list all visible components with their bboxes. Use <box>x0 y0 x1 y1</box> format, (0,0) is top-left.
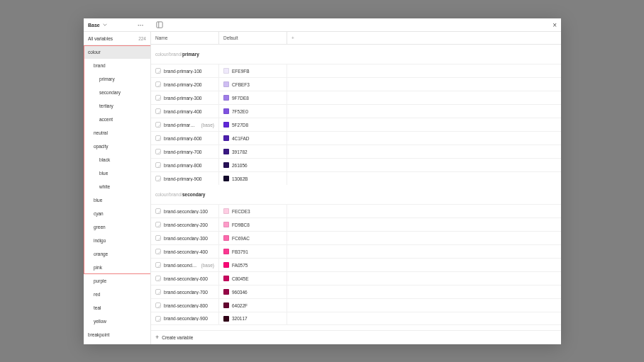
variable-name-cell[interactable]: brand-primary-100 <box>151 64 219 77</box>
sidebar-item-opacity[interactable]: opacity <box>84 140 150 153</box>
variable-rest-cell <box>287 105 561 118</box>
variable-row[interactable]: brand-primary-800261056 <box>151 158 561 171</box>
color-swatch <box>223 135 229 141</box>
create-variable-button[interactable]: + Create variable <box>151 330 561 344</box>
variable-name-cell[interactable]: brand-primary-400 <box>151 105 219 118</box>
color-swatch <box>223 208 229 214</box>
variable-name-cell[interactable]: brand-primary-600 <box>151 132 219 145</box>
variable-default-cell[interactable]: EFE9FB <box>219 64 287 77</box>
sidebar-item-breakpoint[interactable]: breakpoint <box>84 328 150 341</box>
sidebar-item-pink[interactable]: pink <box>84 261 150 274</box>
variable-row[interactable]: brand-primary-4007F52E0 <box>151 104 561 118</box>
variable-default-cell[interactable]: FC69AC <box>219 232 287 244</box>
variable-default-cell[interactable]: 13082B <box>219 172 287 185</box>
variable-row[interactable]: brand-secondary-600C8045E <box>151 271 561 285</box>
variable-name-cell[interactable]: brand-primary-900 <box>151 172 219 185</box>
variable-name-cell[interactable]: brand-secondary-800 <box>151 299 219 312</box>
variable-name: brand-secondary-300 <box>164 236 214 241</box>
variable-row[interactable]: brand-secondary-…(base)FA0575 <box>151 258 561 271</box>
column-header-name[interactable]: Name <box>151 32 219 44</box>
variable-default-cell[interactable]: FD9BC8 <box>219 218 287 231</box>
variable-row[interactable]: brand-primary-6004C1FAD <box>151 131 561 145</box>
group-header: colour / brand / primary <box>151 45 561 64</box>
variable-name-cell[interactable]: brand-primary-500(base) <box>151 118 219 131</box>
sidebar-item-purple[interactable]: purple <box>84 274 150 288</box>
variable-default-cell[interactable]: CFBEF3 <box>219 78 287 91</box>
sidebar-all-variables[interactable]: All variables 224 <box>84 32 150 45</box>
sidebar-item-tertiary[interactable]: tertiary <box>84 99 150 113</box>
collection-more-button[interactable]: ··· <box>135 23 147 28</box>
variable-row[interactable]: brand-primary-90013082B <box>151 171 561 185</box>
variable-name-cell[interactable]: brand-primary-700 <box>151 145 219 158</box>
sidebar-item-indigo[interactable]: indigo <box>84 234 150 247</box>
sidebar-item-yellow[interactable]: yellow <box>84 315 150 328</box>
collection-selector[interactable]: Base ··· <box>84 23 151 28</box>
variable-row[interactable]: brand-secondary-400FB3791 <box>151 244 561 258</box>
sidebar-toggle-button[interactable] <box>155 21 164 29</box>
variable-default-cell[interactable]: C8045E <box>219 272 287 285</box>
variable-row[interactable]: brand-primary-200CFBEF3 <box>151 77 561 91</box>
variable-default-cell[interactable]: 5F27D8 <box>219 118 287 131</box>
sidebar-item-font[interactable]: font <box>84 341 150 344</box>
variable-name-cell[interactable]: brand-secondary-400 <box>151 245 219 258</box>
variable-name-cell[interactable]: brand-secondary-300 <box>151 232 219 244</box>
variable-default-cell[interactable]: 391782 <box>219 145 287 158</box>
variable-row[interactable]: brand-primary-700391782 <box>151 145 561 158</box>
variable-name-cell[interactable]: brand-primary-200 <box>151 78 219 91</box>
sidebar-item-colour[interactable]: colour <box>84 45 150 59</box>
sidebar-item-brand[interactable]: brand <box>84 59 150 72</box>
variable-row[interactable]: brand-secondary-700960346 <box>151 285 561 298</box>
group-path-segment: primary <box>182 52 199 57</box>
variable-default-cell[interactable]: 960346 <box>219 285 287 298</box>
sidebar-item-white[interactable]: white <box>84 180 150 193</box>
variable-default-cell[interactable]: 4C1FAD <box>219 132 287 145</box>
plus-icon: + <box>155 334 159 341</box>
variable-default-cell[interactable]: FA0575 <box>219 259 287 271</box>
sidebar-item-green[interactable]: green <box>84 220 150 234</box>
sidebar-item-accent[interactable]: accent <box>84 113 150 126</box>
variable-row[interactable]: brand-primary-100EFE9FB <box>151 64 561 77</box>
sidebar-item-red[interactable]: red <box>84 288 150 301</box>
variable-default-cell[interactable]: 64022F <box>219 299 287 312</box>
variable-default-cell[interactable]: 261056 <box>219 159 287 171</box>
sidebar-item-black[interactable]: black <box>84 153 150 166</box>
variable-name-cell[interactable]: brand-primary-300 <box>151 91 219 104</box>
sidebar-item-label: opacity <box>94 144 109 149</box>
variable-default-cell[interactable]: 7F52E0 <box>219 105 287 118</box>
variable-row[interactable]: brand-primary-500(base)5F27D8 <box>151 118 561 131</box>
variable-name-cell[interactable]: brand-secondary-200 <box>151 218 219 231</box>
variable-row[interactable]: brand-secondary-100FECDE3 <box>151 204 561 217</box>
sidebar-item-primary[interactable]: primary <box>84 72 150 86</box>
sidebar-item-orange[interactable]: orange <box>84 247 150 261</box>
variable-name-cell[interactable]: brand-secondary-…(base) <box>151 259 219 271</box>
variable-scroll-area[interactable]: colour / brand / primarybrand-primary-10… <box>151 45 561 330</box>
sidebar-item-label: tertiary <box>99 103 113 108</box>
variable-name-cell[interactable]: brand-secondary-700 <box>151 285 219 298</box>
variable-name-cell[interactable]: brand-secondary-900 <box>151 312 219 324</box>
sidebar-item-blue[interactable]: blue <box>84 193 150 207</box>
variable-name-cell[interactable]: brand-secondary-600 <box>151 272 219 285</box>
sidebar-item-teal[interactable]: teal <box>84 301 150 315</box>
sidebar-item-cyan[interactable]: cyan <box>84 207 150 220</box>
sidebar-item-secondary[interactable]: secondary <box>84 86 150 99</box>
close-button[interactable]: × <box>553 21 557 29</box>
variable-row[interactable]: brand-secondary-200FD9BC8 <box>151 217 561 231</box>
sidebar-item-blue[interactable]: blue <box>84 166 150 180</box>
variable-default-cell[interactable]: 320117 <box>219 312 287 324</box>
column-header-default[interactable]: Default <box>219 32 287 44</box>
color-hex: FB3791 <box>232 249 248 254</box>
color-hex: EFE9FB <box>232 69 250 74</box>
variable-row[interactable]: brand-primary-3009F7DE8 <box>151 91 561 104</box>
variable-default-cell[interactable]: FECDE3 <box>219 205 287 217</box>
variable-default-cell[interactable]: 9F7DE8 <box>219 91 287 104</box>
sidebar-item-neutral[interactable]: neutral <box>84 126 150 140</box>
variable-row[interactable]: brand-secondary-80064022F <box>151 298 561 312</box>
variable-default-cell[interactable]: FB3791 <box>219 245 287 258</box>
variable-name-cell[interactable]: brand-secondary-100 <box>151 205 219 217</box>
variable-row[interactable]: brand-secondary-900320117 <box>151 312 561 325</box>
sidebar-item-label: cyan <box>94 211 104 216</box>
variable-name-cell[interactable]: brand-primary-800 <box>151 159 219 171</box>
add-mode-button[interactable]: + <box>287 32 561 44</box>
group-path-segment: secondary <box>182 192 206 197</box>
variable-row[interactable]: brand-secondary-300FC69AC <box>151 231 561 244</box>
